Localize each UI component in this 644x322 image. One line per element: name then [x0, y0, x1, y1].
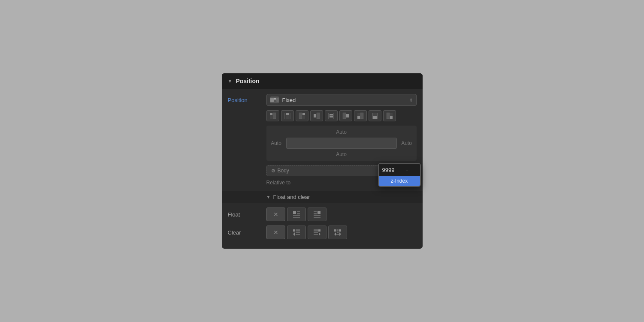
svg-rect-28 — [390, 116, 393, 119]
svg-rect-47 — [314, 232, 318, 233]
zindex-input-row: - — [379, 164, 420, 176]
svg-rect-1 — [276, 98, 278, 102]
svg-rect-25 — [372, 113, 373, 119]
svg-rect-39 — [314, 215, 320, 216]
float-none-icon: ✕ — [273, 211, 278, 218]
svg-rect-50 — [339, 229, 341, 232]
float-button-group: ✕ — [266, 208, 327, 221]
svg-rect-0 — [274, 98, 276, 99]
svg-rect-14 — [317, 113, 320, 119]
float-clear-chevron-icon: ▼ — [266, 195, 271, 199]
zindex-label-button[interactable]: z-Index — [379, 176, 420, 186]
svg-rect-8 — [290, 113, 290, 119]
position-panel: ▼ Position Position Fixed ⇕ — [222, 73, 423, 249]
clear-button-group: ✕ — [266, 226, 347, 239]
svg-rect-24 — [373, 116, 377, 119]
auto-left-value: Auto — [270, 140, 283, 146]
auto-position-grid: Auto Auto Auto Auto — [266, 126, 417, 161]
zindex-minus-button[interactable]: - — [406, 166, 408, 173]
svg-rect-2 — [274, 100, 276, 102]
body-label: Body — [278, 168, 289, 174]
float-right-button[interactable] — [308, 208, 327, 221]
float-label: Float — [228, 211, 266, 218]
position-label: Position — [228, 97, 266, 103]
svg-rect-53 — [336, 234, 339, 235]
svg-rect-19 — [346, 114, 349, 117]
svg-rect-35 — [293, 217, 300, 218]
svg-rect-26 — [377, 113, 378, 119]
svg-rect-10 — [302, 113, 305, 115]
align-middle-right[interactable] — [339, 110, 352, 121]
clear-none-button[interactable]: ✕ — [266, 226, 285, 239]
float-clear-section-title: Float and clear — [273, 194, 310, 200]
svg-rect-36 — [317, 211, 320, 214]
svg-rect-32 — [297, 211, 300, 212]
svg-rect-27 — [373, 113, 377, 116]
clear-none-icon: ✕ — [273, 229, 278, 236]
svg-rect-51 — [337, 229, 339, 231]
align-middle-left[interactable] — [310, 110, 323, 121]
gear-icon: ⚙ — [271, 168, 275, 174]
align-top-center[interactable] — [281, 110, 294, 121]
svg-rect-4 — [273, 113, 276, 119]
svg-rect-33 — [297, 213, 300, 214]
position-dropdown[interactable]: Fixed ⇕ — [266, 94, 417, 106]
align-bottom-right[interactable] — [383, 110, 396, 121]
svg-rect-52 — [337, 232, 339, 233]
alignment-grid — [266, 110, 417, 121]
auto-right-value: Auto — [400, 140, 413, 146]
zindex-input[interactable] — [382, 167, 405, 173]
clear-both-button[interactable] — [328, 226, 347, 239]
float-clear-section-header[interactable]: ▼ Float and clear — [222, 191, 423, 203]
auto-bottom-value: Auto — [270, 151, 413, 157]
panel-body: Position Fixed ⇕ — [222, 89, 423, 249]
svg-rect-7 — [284, 113, 285, 119]
svg-rect-44 — [296, 234, 300, 235]
svg-rect-34 — [293, 215, 300, 216]
svg-rect-9 — [286, 116, 289, 119]
position-row: Position Fixed ⇕ — [228, 94, 417, 106]
svg-rect-3 — [270, 113, 272, 115]
svg-rect-5 — [270, 116, 272, 119]
zindex-popup: - z-Index — [378, 163, 421, 187]
clear-right-button[interactable] — [308, 226, 327, 239]
svg-rect-46 — [314, 229, 318, 231]
auto-top-value: Auto — [270, 129, 413, 135]
position-value: Fixed — [282, 97, 406, 103]
svg-rect-18 — [328, 115, 334, 116]
svg-rect-22 — [360, 113, 363, 119]
position-dropdown-icon — [270, 96, 279, 103]
svg-rect-11 — [299, 113, 302, 119]
clear-label: Clear — [228, 229, 266, 236]
align-bottom-center[interactable] — [369, 110, 381, 121]
svg-rect-20 — [343, 113, 346, 119]
svg-rect-42 — [296, 229, 300, 231]
auto-center-input[interactable] — [286, 138, 397, 149]
panel-header: ▼ Position — [222, 73, 423, 89]
align-center[interactable] — [325, 110, 338, 121]
align-bottom-left[interactable] — [354, 110, 367, 121]
panel-title: Position — [236, 78, 259, 84]
align-top-right[interactable] — [296, 110, 308, 121]
svg-rect-12 — [302, 116, 305, 119]
svg-rect-23 — [357, 113, 360, 116]
svg-rect-13 — [314, 114, 316, 117]
svg-rect-31 — [293, 211, 296, 214]
svg-rect-38 — [314, 213, 317, 214]
svg-rect-21 — [357, 116, 360, 119]
float-left-button[interactable] — [287, 208, 306, 221]
svg-rect-48 — [314, 234, 318, 235]
svg-rect-40 — [314, 217, 320, 218]
svg-rect-43 — [296, 232, 300, 233]
svg-rect-45 — [318, 229, 320, 232]
auto-middle-row: Auto Auto — [270, 138, 413, 149]
clear-left-button[interactable] — [287, 226, 306, 239]
svg-rect-37 — [314, 211, 317, 212]
float-none-button[interactable]: ✕ — [266, 208, 285, 221]
float-row: Float ✕ — [228, 208, 417, 221]
svg-rect-49 — [334, 229, 336, 232]
clear-row: Clear ✕ — [228, 226, 417, 239]
panel-collapse-icon[interactable]: ▼ — [228, 78, 233, 84]
svg-rect-29 — [387, 113, 390, 119]
align-top-left[interactable] — [266, 110, 279, 121]
